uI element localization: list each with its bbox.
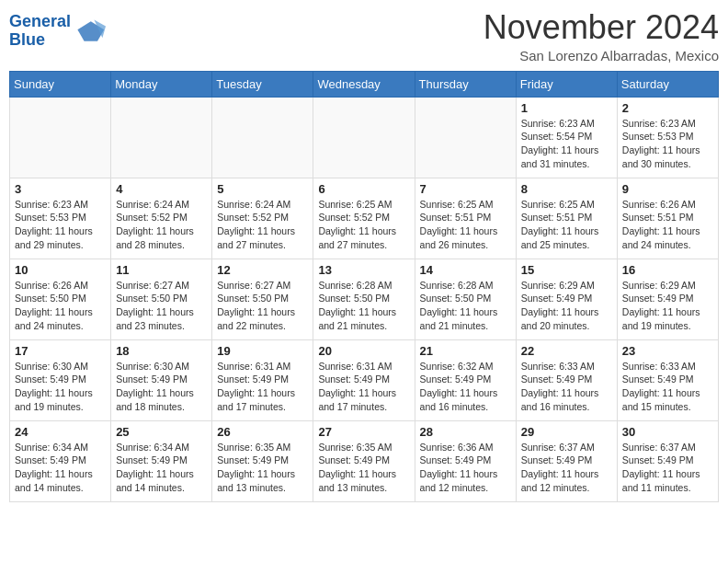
day-number: 18 (116, 344, 207, 358)
calendar-cell: 26Sunrise: 6:35 AM Sunset: 5:49 PM Dayli… (212, 420, 313, 501)
day-number: 5 (217, 182, 308, 196)
calendar-cell: 3Sunrise: 6:23 AM Sunset: 5:53 PM Daylig… (10, 178, 111, 259)
calendar-cell: 17Sunrise: 6:30 AM Sunset: 5:49 PM Dayli… (10, 339, 111, 420)
day-number: 8 (521, 182, 612, 196)
cell-info: Sunrise: 6:31 AM Sunset: 5:49 PM Dayligh… (318, 360, 409, 414)
calendar-cell: 2Sunrise: 6:23 AM Sunset: 5:53 PM Daylig… (617, 97, 718, 178)
day-number: 24 (15, 425, 106, 439)
logo: General Blue (9, 13, 106, 50)
calendar-cell: 13Sunrise: 6:28 AM Sunset: 5:50 PM Dayli… (313, 259, 415, 339)
day-number: 13 (318, 263, 409, 277)
calendar-cell: 16Sunrise: 6:29 AM Sunset: 5:49 PM Dayli… (617, 259, 718, 339)
week-row-3: 10Sunrise: 6:26 AM Sunset: 5:50 PM Dayli… (10, 259, 719, 339)
day-number: 26 (217, 425, 308, 439)
day-number: 10 (15, 263, 106, 277)
cell-info: Sunrise: 6:26 AM Sunset: 5:50 PM Dayligh… (15, 279, 106, 333)
week-row-1: 1Sunrise: 6:23 AM Sunset: 5:54 PM Daylig… (10, 97, 719, 178)
day-number: 14 (420, 263, 511, 277)
weekday-header-tuesday: Tuesday (212, 71, 313, 97)
cell-info: Sunrise: 6:29 AM Sunset: 5:49 PM Dayligh… (622, 279, 713, 333)
day-number: 19 (217, 344, 308, 358)
logo-text: General Blue (9, 13, 71, 50)
cell-info: Sunrise: 6:33 AM Sunset: 5:49 PM Dayligh… (622, 360, 713, 414)
cell-info: Sunrise: 6:30 AM Sunset: 5:49 PM Dayligh… (116, 360, 207, 414)
day-number: 29 (521, 425, 612, 439)
cell-info: Sunrise: 6:27 AM Sunset: 5:50 PM Dayligh… (217, 279, 308, 333)
calendar-cell: 30Sunrise: 6:37 AM Sunset: 5:49 PM Dayli… (617, 420, 718, 501)
calendar-cell (415, 97, 516, 178)
logo-icon (73, 15, 106, 48)
calendar-cell: 12Sunrise: 6:27 AM Sunset: 5:50 PM Dayli… (212, 259, 313, 339)
calendar-cell: 14Sunrise: 6:28 AM Sunset: 5:50 PM Dayli… (415, 259, 516, 339)
cell-info: Sunrise: 6:23 AM Sunset: 5:53 PM Dayligh… (622, 117, 713, 171)
calendar-cell: 21Sunrise: 6:32 AM Sunset: 5:49 PM Dayli… (415, 339, 516, 420)
day-number: 12 (217, 263, 308, 277)
cell-info: Sunrise: 6:30 AM Sunset: 5:49 PM Dayligh… (15, 360, 106, 414)
calendar-cell: 15Sunrise: 6:29 AM Sunset: 5:49 PM Dayli… (516, 259, 617, 339)
day-number: 22 (521, 344, 612, 358)
calendar-cell: 5Sunrise: 6:24 AM Sunset: 5:52 PM Daylig… (212, 178, 313, 259)
day-number: 21 (420, 344, 511, 358)
day-number: 25 (116, 425, 207, 439)
day-number: 3 (15, 182, 106, 196)
cell-info: Sunrise: 6:25 AM Sunset: 5:51 PM Dayligh… (521, 198, 612, 252)
week-row-2: 3Sunrise: 6:23 AM Sunset: 5:53 PM Daylig… (10, 178, 719, 259)
cell-info: Sunrise: 6:34 AM Sunset: 5:49 PM Dayligh… (116, 441, 207, 495)
cell-info: Sunrise: 6:25 AM Sunset: 5:51 PM Dayligh… (420, 198, 511, 252)
cell-info: Sunrise: 6:32 AM Sunset: 5:49 PM Dayligh… (420, 360, 511, 414)
cell-info: Sunrise: 6:25 AM Sunset: 5:52 PM Dayligh… (318, 198, 409, 252)
day-number: 1 (521, 101, 612, 115)
day-number: 20 (318, 344, 409, 358)
day-number: 30 (622, 425, 713, 439)
calendar-table: SundayMondayTuesdayWednesdayThursdayFrid… (9, 71, 719, 502)
calendar-cell: 1Sunrise: 6:23 AM Sunset: 5:54 PM Daylig… (516, 97, 617, 178)
calendar-cell: 24Sunrise: 6:34 AM Sunset: 5:49 PM Dayli… (10, 420, 111, 501)
calendar-cell: 29Sunrise: 6:37 AM Sunset: 5:49 PM Dayli… (516, 420, 617, 501)
week-row-4: 17Sunrise: 6:30 AM Sunset: 5:49 PM Dayli… (10, 339, 719, 420)
cell-info: Sunrise: 6:23 AM Sunset: 5:54 PM Dayligh… (521, 117, 612, 171)
calendar-cell: 22Sunrise: 6:33 AM Sunset: 5:49 PM Dayli… (516, 339, 617, 420)
day-number: 17 (15, 344, 106, 358)
cell-info: Sunrise: 6:37 AM Sunset: 5:49 PM Dayligh… (521, 441, 612, 495)
cell-info: Sunrise: 6:37 AM Sunset: 5:49 PM Dayligh… (622, 441, 713, 495)
weekday-header-wednesday: Wednesday (313, 71, 415, 97)
calendar-cell: 18Sunrise: 6:30 AM Sunset: 5:49 PM Dayli… (111, 339, 212, 420)
day-number: 6 (318, 182, 409, 196)
weekday-header-friday: Friday (516, 71, 617, 97)
cell-info: Sunrise: 6:35 AM Sunset: 5:49 PM Dayligh… (318, 441, 409, 495)
day-number: 11 (116, 263, 207, 277)
cell-info: Sunrise: 6:31 AM Sunset: 5:49 PM Dayligh… (217, 360, 308, 414)
cell-info: Sunrise: 6:23 AM Sunset: 5:53 PM Dayligh… (15, 198, 106, 252)
cell-info: Sunrise: 6:36 AM Sunset: 5:49 PM Dayligh… (420, 441, 511, 495)
cell-info: Sunrise: 6:33 AM Sunset: 5:49 PM Dayligh… (521, 360, 612, 414)
calendar-cell: 4Sunrise: 6:24 AM Sunset: 5:52 PM Daylig… (111, 178, 212, 259)
calendar-cell: 7Sunrise: 6:25 AM Sunset: 5:51 PM Daylig… (415, 178, 516, 259)
day-number: 16 (622, 263, 713, 277)
location-subtitle: San Lorenzo Albarradas, Mexico (483, 48, 719, 63)
calendar-cell (10, 97, 111, 178)
cell-info: Sunrise: 6:24 AM Sunset: 5:52 PM Dayligh… (217, 198, 308, 252)
calendar-cell: 6Sunrise: 6:25 AM Sunset: 5:52 PM Daylig… (313, 178, 415, 259)
cell-info: Sunrise: 6:26 AM Sunset: 5:51 PM Dayligh… (622, 198, 713, 252)
day-number: 7 (420, 182, 511, 196)
cell-info: Sunrise: 6:27 AM Sunset: 5:50 PM Dayligh… (116, 279, 207, 333)
calendar-cell: 9Sunrise: 6:26 AM Sunset: 5:51 PM Daylig… (617, 178, 718, 259)
cell-info: Sunrise: 6:29 AM Sunset: 5:49 PM Dayligh… (521, 279, 612, 333)
cell-info: Sunrise: 6:35 AM Sunset: 5:49 PM Dayligh… (217, 441, 308, 495)
calendar-cell: 8Sunrise: 6:25 AM Sunset: 5:51 PM Daylig… (516, 178, 617, 259)
calendar-cell (111, 97, 212, 178)
title-block: November 2024 San Lorenzo Albarradas, Me… (483, 9, 719, 63)
day-number: 28 (420, 425, 511, 439)
month-year-title: November 2024 (483, 9, 719, 46)
day-number: 15 (521, 263, 612, 277)
week-row-5: 24Sunrise: 6:34 AM Sunset: 5:49 PM Dayli… (10, 420, 719, 501)
weekday-header-row: SundayMondayTuesdayWednesdayThursdayFrid… (10, 71, 719, 97)
cell-info: Sunrise: 6:28 AM Sunset: 5:50 PM Dayligh… (318, 279, 409, 333)
cell-info: Sunrise: 6:28 AM Sunset: 5:50 PM Dayligh… (420, 279, 511, 333)
calendar-cell (212, 97, 313, 178)
calendar-cell: 20Sunrise: 6:31 AM Sunset: 5:49 PM Dayli… (313, 339, 415, 420)
day-number: 23 (622, 344, 713, 358)
day-number: 4 (116, 182, 207, 196)
calendar-cell: 11Sunrise: 6:27 AM Sunset: 5:50 PM Dayli… (111, 259, 212, 339)
page-header: General Blue November 2024 San Lorenzo A… (9, 9, 719, 63)
